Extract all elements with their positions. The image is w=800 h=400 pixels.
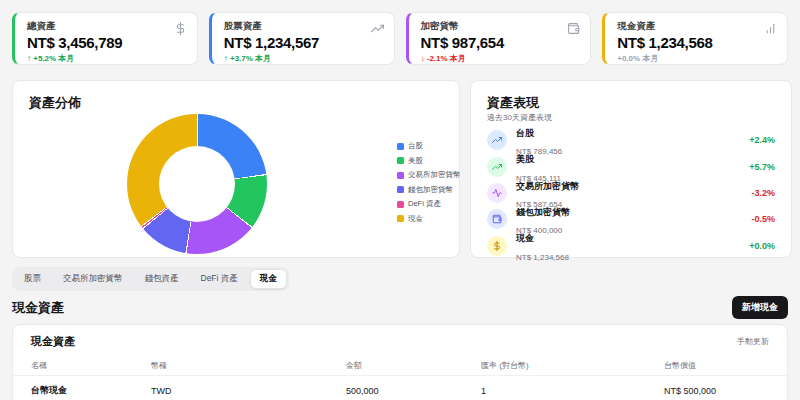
asset-performance-list: 台股NT$ 789,456 +2.4% 美股NT$ 445,111 +5.7% …	[487, 127, 775, 259]
stat-label: 總資產	[27, 20, 185, 33]
asset-change: +5.7%	[749, 162, 775, 172]
wallet-icon	[487, 209, 507, 229]
legend-swatch	[397, 215, 404, 222]
legend-label: 美股	[408, 156, 423, 166]
asset-name: 交易所加密貨幣	[516, 181, 579, 191]
stat-cards-row: 總資產 NT$ 3,456,789 ↑ +5.2% 本月 股票資產 NT$ 1,…	[12, 12, 788, 65]
stat-value: NT$ 1,234,568	[617, 34, 775, 51]
column-header-currency: 幣種	[151, 360, 346, 371]
asset-name: 錢包加密貨幣	[516, 207, 570, 217]
stat-card-cash-assets: 現金資產 NT$ 1,234,568 +0.0% 本月	[602, 12, 788, 65]
stat-label: 現金資產	[617, 20, 775, 33]
legend-item[interactable]: 台股	[397, 141, 461, 151]
asset-change: +2.4%	[749, 135, 775, 145]
legend-swatch	[397, 186, 404, 193]
legend-item[interactable]: 現金	[397, 214, 461, 224]
legend-label: DeFi 資產	[408, 199, 441, 209]
asset-performance-title: 資產表現	[487, 94, 539, 112]
trending-up-icon	[487, 157, 507, 177]
manual-update-label[interactable]: 手動更新	[737, 336, 769, 347]
stat-delta: ↓ -2.1% 本月	[421, 53, 579, 64]
tab-stocks[interactable]: 股票	[14, 269, 51, 289]
legend-item[interactable]: DeFi 資產	[397, 199, 461, 209]
list-item: 現金NT$ 1,234,568 +0.0%	[487, 233, 775, 259]
column-header-rate: 匯率 (對台幣)	[481, 360, 664, 371]
legend-swatch	[397, 172, 404, 179]
asset-change: -0.5%	[751, 214, 775, 224]
cash-section-header: 現金資產 新增現金	[12, 296, 788, 319]
table-row: 台幣現金 TWD 500,000 1 NT$ 500,000 ⋯	[13, 376, 787, 400]
legend-swatch	[397, 157, 404, 164]
cell-amount: 500,000	[346, 386, 481, 396]
cell-rate: 1	[481, 386, 664, 396]
stat-delta: ↑ +3.7% 本月	[224, 53, 382, 64]
stat-value: NT$ 1,234,567	[224, 34, 382, 51]
cell-currency: TWD	[151, 386, 346, 396]
legend-swatch	[397, 201, 404, 208]
stat-label: 加密貨幣	[421, 20, 579, 33]
tab-wallet-assets[interactable]: 錢包資產	[135, 269, 189, 289]
tab-exchange-crypto[interactable]: 交易所加密貨幣	[53, 269, 133, 289]
cell-name: 台幣現金	[31, 384, 151, 397]
stat-delta: +0.0% 本月	[617, 53, 775, 64]
dollar-sign-icon	[487, 236, 507, 256]
tab-defi-assets[interactable]: DeFi 資產	[191, 269, 248, 289]
trending-up-icon	[371, 21, 384, 39]
cash-assets-card: 現金資產 手動更新 名稱 幣種 金額 匯率 (對台幣) 台幣價值 台幣現金 TW…	[12, 324, 788, 400]
bar-chart-icon	[764, 21, 777, 39]
add-cash-button[interactable]: 新增現金	[732, 296, 788, 319]
column-header-name: 名稱	[31, 360, 151, 371]
activity-icon	[487, 183, 507, 203]
asset-value: NT$ 1,234,568	[516, 253, 569, 262]
asset-distribution-panel: 資產分佈 台股 美股 交易所加密貨幣 錢包加密貨幣 DeFi 資產 現金	[12, 80, 460, 258]
stat-delta: ↑ +5.2% 本月	[27, 53, 185, 64]
asset-name: 美股	[516, 154, 534, 164]
legend-label: 台股	[408, 141, 423, 151]
stat-value: NT$ 987,654	[421, 34, 579, 51]
table-header-row: 名稱 幣種 金額 匯率 (對台幣) 台幣價值	[13, 355, 787, 376]
stat-card-crypto-assets: 加密貨幣 NT$ 987,654 ↓ -2.1% 本月	[406, 12, 592, 65]
tab-cash[interactable]: 現金	[250, 269, 287, 289]
stat-card-total-assets: 總資產 NT$ 3,456,789 ↑ +5.2% 本月	[12, 12, 198, 65]
asset-distribution-title: 資產分佈	[29, 94, 81, 112]
wallet-icon	[567, 21, 580, 39]
stat-label: 股票資產	[224, 20, 382, 33]
asset-distribution-legend: 台股 美股 交易所加密貨幣 錢包加密貨幣 DeFi 資產 現金	[397, 141, 461, 224]
legend-swatch	[397, 143, 404, 150]
asset-change: +0.0%	[749, 241, 775, 251]
stat-card-stock-assets: 股票資產 NT$ 1,234,567 ↑ +3.7% 本月	[209, 12, 395, 65]
asset-change: -3.2%	[751, 188, 775, 198]
legend-item[interactable]: 美股	[397, 156, 461, 166]
legend-item[interactable]: 交易所加密貨幣	[397, 170, 461, 180]
legend-label: 現金	[408, 214, 423, 224]
stat-value: NT$ 3,456,789	[27, 34, 185, 51]
asset-name: 現金	[516, 233, 534, 243]
asset-performance-panel: 資產表現 過去30天資產表現 台股NT$ 789,456 +2.4% 美股NT$…	[470, 80, 792, 258]
dollar-sign-icon	[174, 21, 187, 39]
legend-label: 錢包加密貨幣	[408, 185, 453, 195]
legend-item[interactable]: 錢包加密貨幣	[397, 185, 461, 195]
cash-card-header: 現金資產 手動更新	[13, 325, 787, 355]
asset-name: 台股	[516, 128, 534, 138]
asset-distribution-donut[interactable]	[127, 114, 267, 254]
trending-up-icon	[487, 130, 507, 150]
column-header-amount: 金額	[346, 360, 481, 371]
cash-card-title: 現金資產	[31, 334, 75, 349]
asset-category-tabs: 股票 交易所加密貨幣 錢包資產 DeFi 資產 現金	[12, 267, 289, 291]
legend-label: 交易所加密貨幣	[408, 170, 461, 180]
cash-section-title: 現金資產	[12, 299, 64, 317]
column-header-twd-value: 台幣價值	[664, 360, 788, 371]
cell-twd-value: NT$ 500,000	[664, 386, 788, 396]
